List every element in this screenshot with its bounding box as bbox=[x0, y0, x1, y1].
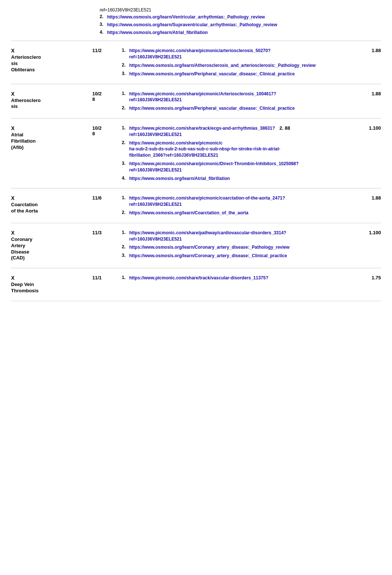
topic-links-col: 1.https://www.picmonic.com/share/track/v… bbox=[122, 275, 359, 281]
link-num: 4. bbox=[100, 30, 106, 35]
link-num: 2. bbox=[122, 244, 128, 249]
topic-name: Coarctation of the Aorta bbox=[11, 202, 38, 214]
link-num: 3. bbox=[122, 71, 128, 76]
x-mark: X bbox=[11, 91, 14, 97]
link-text[interactable]: https://www.osmosis.org/learn/Supraventr… bbox=[107, 22, 277, 28]
topic-section-coronary-artery-disease: XCoronary Artery Disease (CAD)11/31.http… bbox=[11, 223, 381, 269]
sub-score: 2. 88 bbox=[279, 125, 290, 131]
topic-score: 1.88 bbox=[359, 195, 381, 201]
link-num: 1. bbox=[122, 230, 128, 235]
header-link-item: 2.https://www.osmosis.org/learn/Ventricu… bbox=[11, 14, 381, 20]
topic-fraction: 11/3 bbox=[92, 230, 122, 235]
link-num: 3. bbox=[100, 22, 106, 27]
link-text[interactable]: https://www.osmosis.org/learn/Coronary_a… bbox=[129, 244, 289, 251]
link-text[interactable]: https://www.picmonic.com/share/picmonic/… bbox=[129, 140, 280, 159]
link-text[interactable]: https://www.osmosis.org/learn/Atrial_fib… bbox=[107, 30, 208, 36]
link-text[interactable]: https://www.osmosis.org/learn/Coarctatio… bbox=[129, 210, 248, 216]
topic-left-col: XAtherosclero sis bbox=[11, 91, 92, 110]
header-ref-text: ref=160J36V8H23ELE521 bbox=[100, 7, 151, 13]
topic-score: 1.88 bbox=[359, 91, 381, 96]
topic-fraction: 10/2 8 bbox=[92, 125, 122, 136]
link-item: 1.https://www.picmonic.com/share/pathway… bbox=[122, 230, 359, 242]
topic-score: 1.100 bbox=[359, 125, 381, 131]
topic-name: Coronary Artery Disease (CAD) bbox=[11, 237, 32, 262]
header-section: ref=160J36V8H23ELE521 2.https://www.osmo… bbox=[11, 7, 381, 41]
topic-section-coarctation-aorta: XCoarctation of the Aorta11/61.https://w… bbox=[11, 188, 381, 223]
link-num: 1. bbox=[122, 195, 128, 200]
link-text[interactable]: https://www.osmosis.org/learn/Atheroscle… bbox=[129, 62, 316, 69]
link-item: 3.https://www.osmosis.org/learn/Coronary… bbox=[122, 253, 359, 259]
link-text[interactable]: https://www.picmonic.com/share/picmonic/… bbox=[129, 48, 271, 60]
link-item: 1.https://www.picmonic.com/share/picmoni… bbox=[122, 48, 359, 60]
x-mark: X bbox=[11, 275, 14, 281]
link-item: 2.https://www.osmosis.org/learn/Coronary… bbox=[122, 244, 359, 251]
topic-links-col: 1.https://www.picmonic.com/share/picmoni… bbox=[122, 91, 359, 112]
link-text[interactable]: https://www.picmonic.com/share/picmonic/… bbox=[129, 195, 285, 208]
topic-section-arteriosclero-sis-obliterans: XArteriosclero sis Obliterans11/21.https… bbox=[11, 41, 381, 84]
header-ref-line: ref=160J36V8H23ELE521 bbox=[11, 7, 381, 13]
link-item: 1.https://www.picmonic.com/share/track/e… bbox=[122, 125, 359, 138]
topic-fraction: 11/1 bbox=[92, 275, 122, 280]
topic-left-col: XCoarctation of the Aorta bbox=[11, 195, 92, 214]
link-text[interactable]: https://www.picmonic.com/share/track/ecg… bbox=[129, 125, 275, 138]
link-item: 4.https://www.osmosis.org/learn/Atrial_f… bbox=[122, 176, 359, 182]
topic-section-atherosclerosis: XAtherosclero sis10/2 81.https://www.pic… bbox=[11, 84, 381, 119]
topic-name: Deep Vein Thrombosis bbox=[11, 282, 38, 294]
link-text[interactable]: https://www.picmonic.com/share/picmonic/… bbox=[129, 161, 299, 173]
topic-left-col: XArteriosclero sis Obliterans bbox=[11, 48, 92, 73]
topic-name: Arteriosclero sis Obliterans bbox=[11, 54, 41, 73]
topic-links-col: 1.https://www.picmonic.com/share/track/e… bbox=[122, 125, 359, 181]
link-item: 2.https://www.osmosis.org/learn/Coarctat… bbox=[122, 210, 359, 216]
topic-name: Atherosclero sis bbox=[11, 98, 41, 110]
topic-fraction: 10/2 8 bbox=[92, 91, 122, 102]
link-text[interactable]: https://www.osmosis.org/learn/Ventricula… bbox=[107, 14, 265, 20]
topic-section-atrial-fibrillation: XAtrial Fibrillation (Afib)10/2 81.https… bbox=[11, 119, 381, 188]
link-item: 2.https://www.osmosis.org/learn/Atherosc… bbox=[122, 62, 359, 69]
link-num: 2. bbox=[122, 62, 128, 68]
topic-score: 1.75 bbox=[359, 275, 381, 280]
link-item: 3.https://www.picmonic.com/share/picmoni… bbox=[122, 161, 359, 173]
topic-name: Atrial Fibrillation (Afib) bbox=[11, 132, 35, 151]
link-num: 3. bbox=[122, 161, 128, 166]
topic-left-col: XCoronary Artery Disease (CAD) bbox=[11, 230, 92, 262]
link-text[interactable]: https://www.picmonic.com/share/pathway/c… bbox=[129, 230, 286, 242]
topic-left-col: XAtrial Fibrillation (Afib) bbox=[11, 125, 92, 151]
link-num: 3. bbox=[122, 253, 128, 258]
link-num: 2. bbox=[100, 14, 106, 19]
x-mark: X bbox=[11, 230, 14, 236]
topic-fraction: 11/2 bbox=[92, 48, 122, 53]
topic-score: 1.100 bbox=[359, 230, 381, 235]
x-mark: X bbox=[11, 125, 14, 131]
link-text[interactable]: https://www.osmosis.org/learn/Peripheral… bbox=[129, 71, 295, 77]
link-item: 3.https://www.osmosis.org/learn/Peripher… bbox=[122, 71, 359, 77]
link-item: 2.https://www.osmosis.org/learn/Peripher… bbox=[122, 105, 359, 112]
link-text[interactable]: https://www.osmosis.org/learn/Peripheral… bbox=[129, 105, 295, 112]
link-num: 1. bbox=[122, 125, 128, 130]
header-link-item: 4.https://www.osmosis.org/learn/Atrial_f… bbox=[11, 30, 381, 36]
topic-section-deep-vein-thrombosis: XDeep Vein Thrombosis11/11.https://www.p… bbox=[11, 268, 381, 301]
link-num: 1. bbox=[122, 91, 128, 96]
topic-score: 1.88 bbox=[359, 48, 381, 53]
link-item: 1.https://www.picmonic.com/share/track/v… bbox=[122, 275, 359, 281]
topic-left-col: XDeep Vein Thrombosis bbox=[11, 275, 92, 294]
link-num: 2. bbox=[122, 140, 128, 145]
link-text[interactable]: https://www.osmosis.org/learn/Coronary_a… bbox=[129, 253, 287, 259]
link-text[interactable]: https://www.osmosis.org/learn/Atrial_fib… bbox=[129, 176, 230, 182]
link-num: 2. bbox=[122, 210, 128, 215]
topic-links-col: 1.https://www.picmonic.com/share/picmoni… bbox=[122, 195, 359, 216]
link-num: 1. bbox=[122, 48, 128, 53]
x-mark: X bbox=[11, 195, 14, 201]
link-num: 2. bbox=[122, 105, 128, 110]
link-text[interactable]: https://www.picmonic.com/share/picmonic/… bbox=[129, 91, 276, 103]
link-num: 4. bbox=[122, 176, 128, 181]
topic-links-col: 1.https://www.picmonic.com/share/pathway… bbox=[122, 230, 359, 259]
header-link-item: 3.https://www.osmosis.org/learn/Supraven… bbox=[11, 22, 381, 28]
link-text[interactable]: https://www.picmonic.com/share/track/vas… bbox=[129, 275, 268, 281]
link-item: 2.https://www.picmonic.com/share/picmoni… bbox=[122, 140, 359, 159]
link-item: 1.https://www.picmonic.com/share/picmoni… bbox=[122, 91, 359, 103]
link-item: 1.https://www.picmonic.com/share/picmoni… bbox=[122, 195, 359, 208]
topic-links-col: 1.https://www.picmonic.com/share/picmoni… bbox=[122, 48, 359, 77]
topic-fraction: 11/6 bbox=[92, 195, 122, 201]
link-num: 1. bbox=[122, 275, 128, 280]
x-mark: X bbox=[11, 48, 14, 54]
